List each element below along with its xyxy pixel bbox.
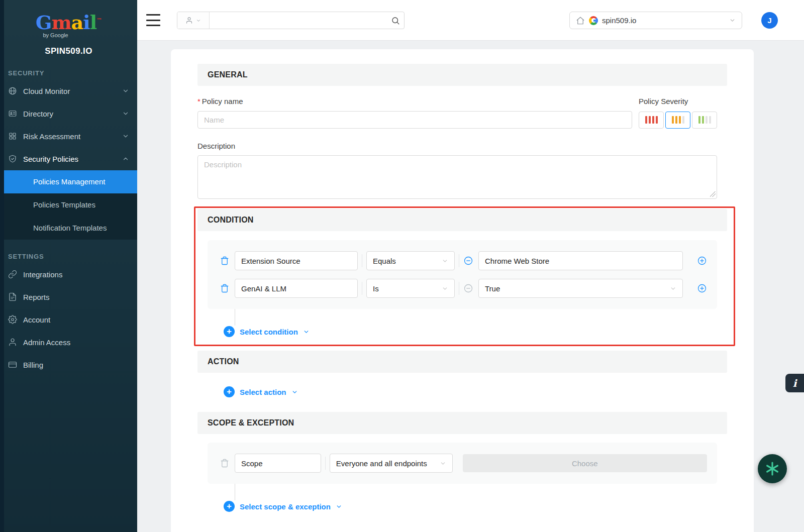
condition-operator-select[interactable]: Equals xyxy=(366,251,455,270)
sidebar-item-reports[interactable]: Reports xyxy=(0,286,137,308)
sidebar-item-label: Reports xyxy=(23,293,129,301)
domain-name: spin509.io xyxy=(602,16,636,25)
sidebar-item-billing[interactable]: Billing xyxy=(0,354,137,376)
sidebar-item-label: Security Policies xyxy=(23,155,122,163)
section-header-condition: CONDITION xyxy=(197,209,727,231)
subitem-label: Policies Management xyxy=(33,177,105,186)
chevron-down-icon xyxy=(442,285,448,292)
connector-line xyxy=(235,484,235,500)
plus-circle-icon[interactable] xyxy=(697,283,707,293)
user-icon xyxy=(185,17,193,24)
logo-letter: l xyxy=(90,11,96,34)
chevron-down-icon xyxy=(336,503,342,510)
domain-selector[interactable]: spin509.io xyxy=(569,12,742,29)
trash-icon[interactable] xyxy=(220,283,230,293)
sidebar: Gmail™ by Google SPIN509.IO SECURITY Clo… xyxy=(0,0,137,532)
shield-icon xyxy=(8,154,17,163)
chevron-up-icon xyxy=(122,155,129,162)
condition-field-select[interactable]: Extension Source xyxy=(235,251,358,270)
chevron-down-icon xyxy=(291,389,298,395)
scope-row: Scope Everyone and all endpoints Choose xyxy=(220,454,707,473)
policy-name-input[interactable] xyxy=(197,111,632,129)
trash-icon[interactable] xyxy=(220,458,230,468)
user-avatar[interactable]: J xyxy=(761,12,778,29)
severity-bar xyxy=(698,116,700,124)
app-window: Gmail™ by Google SPIN509.IO SECURITY Clo… xyxy=(0,0,804,532)
select-scope-exception-button[interactable]: + Select scope & exception xyxy=(224,500,727,512)
trash-icon[interactable] xyxy=(220,256,230,266)
select-condition-button[interactable]: + Select condition xyxy=(224,326,727,338)
gear-icon xyxy=(8,315,17,324)
plus-circle-icon[interactable] xyxy=(697,256,707,266)
sidebar-item-security-policies[interactable]: Security Policies xyxy=(0,148,137,170)
divider xyxy=(459,282,459,295)
section-title: ACTION xyxy=(208,357,239,366)
sidebar-item-label: Billing xyxy=(23,361,129,369)
sidebar-item-directory[interactable]: Directory xyxy=(0,102,137,125)
openai-chat-button[interactable] xyxy=(758,454,787,483)
chevron-down-icon xyxy=(122,87,129,94)
sidebar-item-label: Integrations xyxy=(23,270,129,279)
main-content: GENERAL *Policy name Policy Severity xyxy=(137,40,804,532)
severity-high-button[interactable] xyxy=(639,112,664,129)
scope-operator-select[interactable]: Everyone and all endpoints xyxy=(330,454,453,473)
logo-letter: i xyxy=(83,11,89,34)
section-title: CONDITION xyxy=(208,216,254,225)
sidebar-item-risk-assessment[interactable]: Risk Assessment xyxy=(0,125,137,148)
select-action-button[interactable]: + Select action xyxy=(224,386,727,398)
sidebar-item-cloud-monitor[interactable]: Cloud Monitor xyxy=(0,80,137,102)
menu-toggle-button[interactable] xyxy=(146,14,160,26)
sidebar-subitem-policies-templates[interactable]: Policies Templates xyxy=(0,193,137,217)
sidebar-subitem-policies-management[interactable]: Policies Management xyxy=(0,170,137,193)
severity-low-button[interactable] xyxy=(692,112,717,129)
openai-icon xyxy=(764,461,780,477)
chevron-down-icon xyxy=(122,110,129,117)
description-textarea[interactable] xyxy=(197,155,717,199)
logo-byline: by Google xyxy=(0,32,124,38)
section-title-settings: SETTINGS xyxy=(8,253,129,260)
divider xyxy=(362,254,362,267)
condition-operator-select[interactable]: Is xyxy=(366,279,455,298)
globe-icon xyxy=(8,86,17,95)
severity-bar xyxy=(675,116,677,124)
scope-value-chooser[interactable]: Choose xyxy=(463,454,707,472)
document-icon xyxy=(8,292,17,301)
severity-medium-button[interactable] xyxy=(665,112,690,129)
resize-handle[interactable] xyxy=(710,191,716,197)
severity-bar xyxy=(652,116,654,124)
plus-icon: + xyxy=(224,386,235,397)
divider xyxy=(362,282,362,295)
search-filter-dropdown[interactable] xyxy=(177,12,210,29)
condition-value-input[interactable]: Chrome Web Store xyxy=(478,251,683,270)
subitem-label: Policies Templates xyxy=(33,200,95,209)
logo-letter: a xyxy=(71,11,83,34)
info-button[interactable]: i xyxy=(785,374,804,392)
description-label: Description xyxy=(197,142,727,150)
chevron-down-icon xyxy=(122,133,129,140)
severity-bar xyxy=(645,116,647,124)
sidebar-item-admin-access[interactable]: Admin Access xyxy=(0,331,137,354)
chevron-down-icon xyxy=(303,329,310,335)
condition-value-select[interactable]: True xyxy=(478,279,683,298)
org-name: SPIN509.IO xyxy=(0,46,137,56)
severity-bar xyxy=(672,116,674,124)
sidebar-item-integrations[interactable]: Integrations xyxy=(0,263,137,286)
sidebar-subitem-notification-templates[interactable]: Notification Templates xyxy=(0,217,137,240)
policy-name-label: *Policy name xyxy=(197,97,243,105)
search-input[interactable] xyxy=(210,12,387,29)
section-header-general: GENERAL xyxy=(197,64,727,86)
info-icon: i xyxy=(793,377,797,389)
sidebar-item-account[interactable]: Account xyxy=(0,308,137,331)
section-title-security: SECURITY xyxy=(8,69,129,77)
home-icon xyxy=(576,16,585,25)
condition-field-select[interactable]: GenAI & LLM xyxy=(235,279,358,298)
connector-line xyxy=(235,309,235,326)
section-title: SCOPE & EXCEPTION xyxy=(208,418,294,428)
plus-icon: + xyxy=(224,501,235,512)
minus-circle-icon[interactable] xyxy=(463,256,473,266)
scope-field-select[interactable]: Scope xyxy=(235,454,321,473)
severity-bar xyxy=(682,116,684,124)
search-icon[interactable] xyxy=(387,12,404,29)
minus-circle-icon[interactable] xyxy=(463,283,473,293)
severity-bar xyxy=(709,116,711,124)
